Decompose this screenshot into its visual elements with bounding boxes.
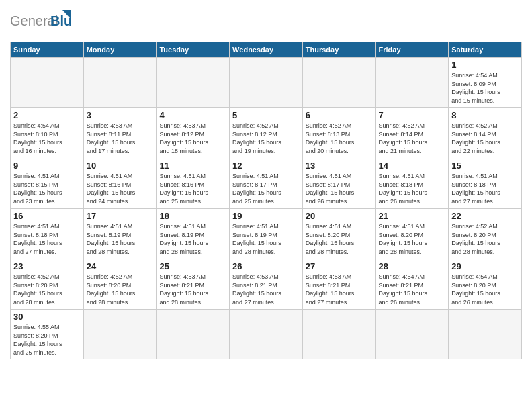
calendar-cell	[230, 58, 303, 108]
day-number: 6	[306, 110, 373, 120]
calendar-cell	[302, 58, 375, 108]
calendar-cell: 18Sunrise: 4:51 AM Sunset: 8:19 PM Dayli…	[157, 209, 230, 259]
day-info: Sunrise: 4:51 AM Sunset: 8:18 PM Dayligh…	[451, 172, 519, 205]
calendar-cell: 23Sunrise: 4:52 AM Sunset: 8:20 PM Dayli…	[11, 259, 84, 310]
calendar-cell	[302, 310, 375, 359]
calendar-cell: 21Sunrise: 4:51 AM Sunset: 8:20 PM Dayli…	[375, 209, 449, 259]
calendar-cell: 14Sunrise: 4:51 AM Sunset: 8:18 PM Dayli…	[375, 158, 449, 209]
day-info: Sunrise: 4:51 AM Sunset: 8:15 PM Dayligh…	[13, 172, 81, 205]
calendar-cell	[157, 58, 230, 108]
calendar-cell	[83, 310, 157, 359]
day-info: Sunrise: 4:53 AM Sunset: 8:21 PM Dayligh…	[232, 273, 300, 306]
logo-text: General Blue	[10, 7, 71, 36]
calendar-cell: 10Sunrise: 4:51 AM Sunset: 8:16 PM Dayli…	[83, 158, 157, 209]
weekday-header-saturday: Saturday	[449, 42, 522, 58]
day-info: Sunrise: 4:51 AM Sunset: 8:20 PM Dayligh…	[306, 222, 373, 256]
header: General Blue	[10, 7, 522, 36]
day-number: 24	[87, 261, 154, 271]
day-info: Sunrise: 4:52 AM Sunset: 8:14 PM Dayligh…	[451, 122, 519, 155]
day-number: 28	[379, 261, 446, 271]
weekday-header-tuesday: Tuesday	[157, 42, 230, 58]
day-info: Sunrise: 4:52 AM Sunset: 8:13 PM Dayligh…	[306, 122, 373, 155]
day-info: Sunrise: 4:51 AM Sunset: 8:16 PM Dayligh…	[159, 172, 226, 205]
day-info: Sunrise: 4:51 AM Sunset: 8:19 PM Dayligh…	[87, 222, 154, 256]
day-info: Sunrise: 4:51 AM Sunset: 8:19 PM Dayligh…	[159, 222, 226, 256]
day-number: 12	[232, 161, 300, 171]
day-info: Sunrise: 4:51 AM Sunset: 8:18 PM Dayligh…	[13, 222, 81, 256]
day-info: Sunrise: 4:54 AM Sunset: 8:09 PM Dayligh…	[451, 71, 519, 105]
weekday-header-sunday: Sunday	[11, 42, 84, 58]
day-number: 25	[159, 261, 226, 271]
day-info: Sunrise: 4:54 AM Sunset: 8:21 PM Dayligh…	[379, 273, 446, 306]
day-number: 30	[13, 312, 81, 322]
calendar-cell	[375, 310, 449, 359]
calendar-cell: 2Sunrise: 4:54 AM Sunset: 8:10 PM Daylig…	[11, 108, 84, 158]
day-info: Sunrise: 4:54 AM Sunset: 8:20 PM Dayligh…	[451, 273, 519, 306]
day-info: Sunrise: 4:52 AM Sunset: 8:20 PM Dayligh…	[451, 222, 519, 256]
calendar-cell: 15Sunrise: 4:51 AM Sunset: 8:18 PM Dayli…	[449, 158, 522, 209]
day-number: 17	[87, 211, 154, 221]
calendar-cell: 24Sunrise: 4:52 AM Sunset: 8:20 PM Dayli…	[83, 259, 157, 310]
calendar-cell: 26Sunrise: 4:53 AM Sunset: 8:21 PM Dayli…	[230, 259, 303, 310]
day-info: Sunrise: 4:51 AM Sunset: 8:19 PM Dayligh…	[232, 222, 300, 256]
day-number: 19	[232, 211, 300, 221]
day-info: Sunrise: 4:51 AM Sunset: 8:16 PM Dayligh…	[87, 172, 154, 205]
calendar-cell: 17Sunrise: 4:51 AM Sunset: 8:19 PM Dayli…	[83, 209, 157, 259]
day-number: 11	[159, 161, 226, 171]
calendar-cell	[11, 58, 84, 108]
calendar-cell: 22Sunrise: 4:52 AM Sunset: 8:20 PM Dayli…	[449, 209, 522, 259]
weekday-header-wednesday: Wednesday	[230, 42, 303, 58]
calendar-week-4: 16Sunrise: 4:51 AM Sunset: 8:18 PM Dayli…	[11, 209, 522, 259]
day-number: 4	[159, 110, 226, 120]
calendar-cell	[230, 310, 303, 359]
day-number: 23	[13, 261, 81, 271]
day-number: 15	[451, 161, 519, 171]
calendar-cell: 19Sunrise: 4:51 AM Sunset: 8:19 PM Dayli…	[230, 209, 303, 259]
calendar-cell: 13Sunrise: 4:51 AM Sunset: 8:17 PM Dayli…	[302, 158, 375, 209]
calendar-week-5: 23Sunrise: 4:52 AM Sunset: 8:20 PM Dayli…	[11, 259, 522, 310]
calendar-cell: 25Sunrise: 4:53 AM Sunset: 8:21 PM Dayli…	[157, 259, 230, 310]
weekday-header-row: SundayMondayTuesdayWednesdayThursdayFrid…	[11, 42, 522, 58]
calendar-cell: 1Sunrise: 4:54 AM Sunset: 8:09 PM Daylig…	[449, 58, 522, 108]
day-info: Sunrise: 4:53 AM Sunset: 8:21 PM Dayligh…	[159, 273, 226, 306]
day-number: 10	[87, 161, 154, 171]
calendar-cell: 20Sunrise: 4:51 AM Sunset: 8:20 PM Dayli…	[302, 209, 375, 259]
day-number: 26	[232, 261, 300, 271]
logo: General Blue	[10, 7, 71, 36]
calendar-cell: 29Sunrise: 4:54 AM Sunset: 8:20 PM Dayli…	[449, 259, 522, 310]
day-number: 3	[87, 110, 154, 120]
day-number: 2	[13, 110, 81, 120]
day-info: Sunrise: 4:52 AM Sunset: 8:12 PM Dayligh…	[232, 122, 300, 155]
calendar-cell: 7Sunrise: 4:52 AM Sunset: 8:14 PM Daylig…	[375, 108, 449, 158]
calendar-cell: 11Sunrise: 4:51 AM Sunset: 8:16 PM Dayli…	[157, 158, 230, 209]
calendar-cell	[375, 58, 449, 108]
day-info: Sunrise: 4:51 AM Sunset: 8:20 PM Dayligh…	[379, 222, 446, 256]
calendar-table: SundayMondayTuesdayWednesdayThursdayFrid…	[10, 42, 522, 359]
calendar-cell	[83, 58, 157, 108]
calendar-cell: 5Sunrise: 4:52 AM Sunset: 8:12 PM Daylig…	[230, 108, 303, 158]
day-info: Sunrise: 4:51 AM Sunset: 8:17 PM Dayligh…	[306, 172, 373, 205]
day-number: 1	[451, 60, 519, 70]
day-number: 8	[451, 110, 519, 120]
calendar-cell: 16Sunrise: 4:51 AM Sunset: 8:18 PM Dayli…	[11, 209, 84, 259]
day-info: Sunrise: 4:53 AM Sunset: 8:12 PM Dayligh…	[159, 122, 226, 155]
calendar-cell: 6Sunrise: 4:52 AM Sunset: 8:13 PM Daylig…	[302, 108, 375, 158]
calendar-week-6: 30Sunrise: 4:55 AM Sunset: 8:20 PM Dayli…	[11, 310, 522, 359]
day-number: 20	[306, 211, 373, 221]
calendar-cell	[449, 310, 522, 359]
day-number: 9	[13, 161, 81, 171]
calendar-week-2: 2Sunrise: 4:54 AM Sunset: 8:10 PM Daylig…	[11, 108, 522, 158]
calendar-cell: 28Sunrise: 4:54 AM Sunset: 8:21 PM Dayli…	[375, 259, 449, 310]
day-number: 22	[451, 211, 519, 221]
day-number: 16	[13, 211, 81, 221]
day-info: Sunrise: 4:55 AM Sunset: 8:20 PM Dayligh…	[13, 323, 81, 357]
day-number: 18	[159, 211, 226, 221]
calendar-page: General Blue SundayMondayTuesdayWednesda…	[0, 0, 532, 366]
weekday-header-thursday: Thursday	[302, 42, 375, 58]
day-info: Sunrise: 4:52 AM Sunset: 8:20 PM Dayligh…	[13, 273, 81, 306]
day-info: Sunrise: 4:51 AM Sunset: 8:17 PM Dayligh…	[232, 172, 300, 205]
calendar-week-1: 1Sunrise: 4:54 AM Sunset: 8:09 PM Daylig…	[11, 58, 522, 108]
day-number: 14	[379, 161, 446, 171]
weekday-header-friday: Friday	[375, 42, 449, 58]
day-number: 21	[379, 211, 446, 221]
